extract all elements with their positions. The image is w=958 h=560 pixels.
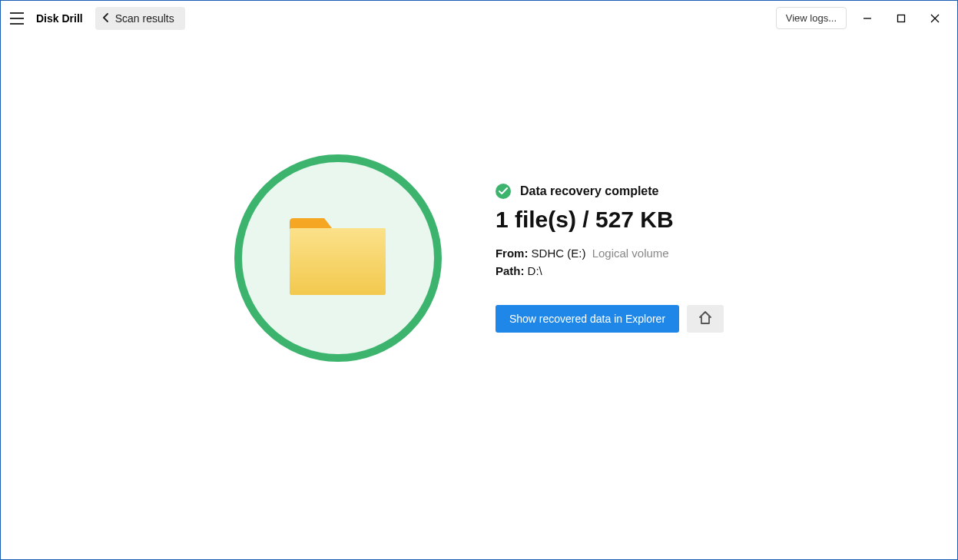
header-bar: Disk Drill Scan results View logs...	[1, 1, 957, 35]
window-controls	[860, 12, 951, 25]
status-row: Data recovery complete	[496, 184, 724, 199]
from-type: Logical volume	[592, 247, 669, 260]
scan-results-label: Scan results	[115, 12, 174, 25]
from-label: From:	[496, 247, 529, 260]
main-content: Data recovery complete 1 file(s) / 527 K…	[1, 35, 957, 559]
close-button[interactable]	[928, 12, 942, 25]
result-headline: 1 file(s) / 527 KB	[496, 207, 724, 233]
home-button[interactable]	[687, 305, 724, 333]
status-message: Data recovery complete	[520, 184, 659, 198]
svg-rect-1	[898, 15, 905, 22]
check-icon	[496, 184, 511, 199]
minimize-button[interactable]	[860, 12, 874, 25]
from-value: SDHC (E:)	[532, 247, 586, 260]
view-logs-button[interactable]: View logs...	[776, 7, 847, 29]
chevron-left-icon	[103, 12, 109, 25]
meta-path: Path: D:\	[496, 264, 724, 277]
path-value: D:\	[528, 264, 542, 277]
svg-rect-3	[290, 228, 386, 295]
folder-illustration	[234, 154, 442, 362]
content-row: Data recovery complete 1 file(s) / 527 K…	[234, 154, 724, 362]
scan-results-button[interactable]: Scan results	[95, 7, 185, 30]
meta-from: From: SDHC (E:) Logical volume	[496, 247, 724, 260]
info-panel: Data recovery complete 1 file(s) / 527 K…	[496, 184, 724, 333]
show-in-explorer-button[interactable]: Show recovered data in Explorer	[496, 305, 679, 333]
folder-icon	[286, 214, 389, 302]
menu-button[interactable]	[10, 10, 27, 27]
actions-row: Show recovered data in Explorer	[496, 305, 724, 333]
path-label: Path:	[496, 264, 525, 277]
app-title: Disk Drill	[36, 12, 83, 25]
home-icon	[698, 310, 713, 328]
maximize-button[interactable]	[894, 12, 908, 25]
